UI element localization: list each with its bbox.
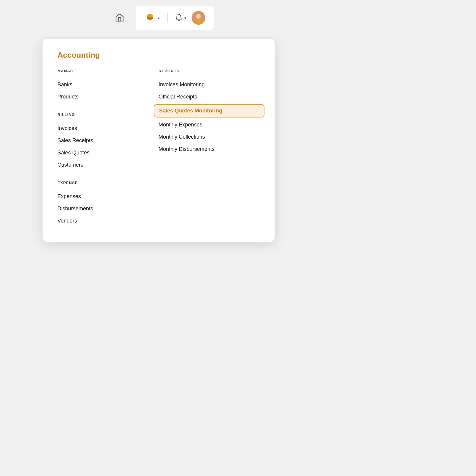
menu-item-invoices[interactable]: Invoices	[57, 122, 141, 134]
avatar[interactable]	[192, 11, 205, 25]
expense-section: EXPENSE Expenses Disbursements Vendors	[57, 181, 141, 227]
notifications-button[interactable]: ▼	[175, 14, 187, 22]
menu-item-monthly-disbursements[interactable]: Monthly Disbursements	[159, 143, 260, 155]
coins-icon	[145, 12, 155, 24]
menu-item-expenses[interactable]: Expenses	[57, 190, 141, 203]
manage-section-header: MANAGE	[57, 69, 141, 73]
nav-divider	[167, 13, 168, 23]
menu-item-disbursements[interactable]: Disbursements	[57, 203, 141, 215]
billing-section-header: BILLING	[57, 112, 141, 117]
menu-item-products[interactable]: Products	[57, 91, 141, 103]
billing-section: BILLING Invoices Sales Receipts Sales Qu…	[57, 112, 141, 171]
menu-item-sales-receipts[interactable]: Sales Receipts	[57, 134, 141, 147]
menu-item-vendors[interactable]: Vendors	[57, 215, 141, 227]
svg-point-2	[196, 14, 201, 19]
accounting-button[interactable]: ▲	[145, 12, 160, 24]
menu-item-monthly-collections[interactable]: Monthly Collections	[159, 131, 260, 143]
left-column: MANAGE Banks Products BILLING Invoices S…	[57, 69, 141, 227]
menu-item-sales-quotes-monitoring[interactable]: Sales Quotes Monitoring	[154, 104, 264, 118]
dropdown-menu: Accounting MANAGE Banks Products BILLING…	[43, 39, 275, 242]
right-column: REPORTS Invoices Monitoring Official Rec…	[159, 69, 260, 227]
menu-item-customers[interactable]: Customers	[57, 159, 141, 171]
nav-left-section	[103, 6, 136, 30]
menu-item-banks[interactable]: Banks	[57, 79, 141, 91]
svg-rect-4	[195, 20, 202, 25]
expense-section-header: EXPENSE	[57, 181, 141, 185]
reports-section: REPORTS Invoices Monitoring Official Rec…	[159, 69, 260, 155]
home-icon	[115, 19, 124, 23]
home-button[interactable]	[115, 13, 124, 23]
menu-item-invoices-monitoring[interactable]: Invoices Monitoring	[159, 79, 260, 91]
bell-dropdown-arrow: ▼	[184, 16, 187, 20]
dropdown-columns: MANAGE Banks Products BILLING Invoices S…	[57, 69, 260, 227]
dropdown-arrow-icon: ▲	[157, 16, 160, 20]
manage-section: MANAGE Banks Products	[57, 69, 141, 103]
nav-right-section: ▲ ▼	[136, 6, 214, 30]
bell-icon	[175, 14, 183, 22]
menu-item-sales-quotes[interactable]: Sales Quotes	[57, 147, 141, 159]
top-nav: ▲ ▼	[0, 0, 317, 36]
dropdown-title: Accounting	[57, 51, 260, 60]
reports-section-header: REPORTS	[159, 69, 260, 73]
menu-item-monthly-expenses[interactable]: Monthly Expenses	[159, 119, 260, 131]
menu-item-official-receipts[interactable]: Official Receipts	[159, 91, 260, 103]
